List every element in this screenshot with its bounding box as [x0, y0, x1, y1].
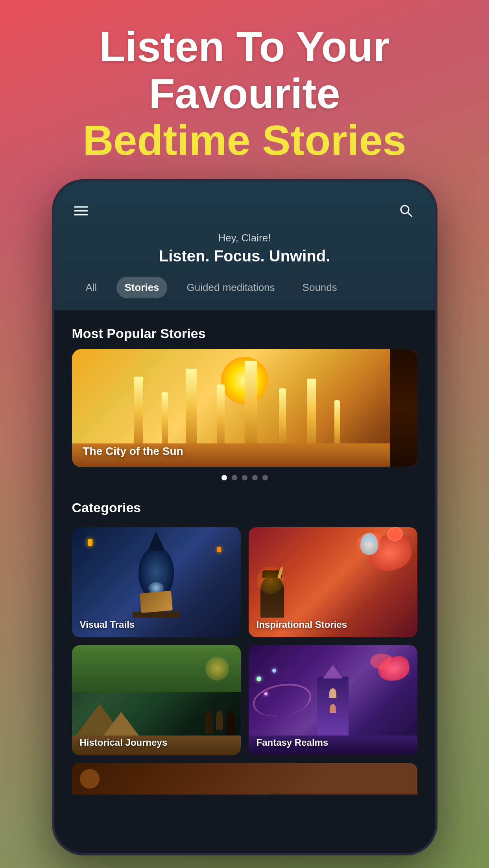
castle-roof	[323, 665, 343, 679]
dot-1[interactable]	[221, 475, 227, 480]
figure-2	[216, 710, 223, 730]
spire-5	[245, 361, 257, 447]
filter-tabs: All Stories Guided meditations Sounds	[74, 277, 415, 298]
figure-3	[226, 710, 235, 736]
top-bar	[74, 201, 415, 220]
featured-story-label: The City of the Sun	[83, 445, 183, 458]
tab-guided-meditations[interactable]: Guided meditations	[179, 277, 283, 298]
tab-stories[interactable]: Stories	[116, 277, 167, 298]
spire-8	[334, 400, 340, 447]
bottom-partial-card	[72, 763, 417, 794]
greeting-text: Hey, Claire!	[74, 232, 415, 244]
dot-3[interactable]	[242, 475, 247, 480]
hamburger-line-2	[74, 210, 88, 211]
glow-orb	[256, 566, 284, 594]
open-book	[140, 591, 173, 613]
hero-line3: Bedtime Stories	[16, 117, 473, 164]
search-button[interactable]	[397, 201, 415, 220]
spire-4	[217, 384, 225, 447]
search-icon	[399, 204, 413, 218]
historical-journeys-label: Historical Journeys	[80, 737, 168, 748]
dot-2[interactable]	[232, 475, 237, 480]
astronaut	[360, 533, 378, 555]
featured-card[interactable]: The City of the Sun	[72, 349, 417, 467]
spire-6	[279, 388, 286, 447]
spire-3	[186, 369, 197, 447]
svg-line-1	[408, 213, 412, 217]
window-1	[329, 688, 336, 698]
fantasy-wing	[369, 651, 392, 671]
tab-sounds[interactable]: Sounds	[295, 277, 345, 298]
magic-particle-1	[256, 677, 261, 681]
window-2	[330, 704, 336, 713]
spire-1	[134, 377, 143, 447]
app-content: Most Popular Stories	[54, 310, 435, 853]
rainbow-arc	[250, 680, 314, 721]
wizard-hat	[148, 531, 165, 551]
featured-section-title: Most Popular Stories	[54, 310, 435, 349]
castle-tower	[317, 677, 349, 736]
inspirational-stories-label: Inspirational Stories	[256, 619, 347, 630]
pyramid-2	[103, 712, 139, 736]
hamburger-line-1	[74, 206, 88, 208]
app-header: Hey, Claire! Listen. Focus. Unwind. All …	[54, 182, 435, 310]
partial-deco	[80, 769, 100, 789]
categories-grid: Visual Trails	[54, 523, 435, 763]
tab-all[interactable]: All	[78, 277, 105, 298]
hero-line1: Listen To Your	[16, 24, 473, 70]
phone-mockup: Hey, Claire! Listen. Focus. Unwind. All …	[52, 179, 437, 855]
category-fantasy-realms[interactable]: Fantasy Realms	[249, 645, 417, 755]
dot-5[interactable]	[262, 475, 268, 480]
spire-7	[307, 379, 316, 447]
category-inspirational-stories[interactable]: Inspirational Stories	[249, 527, 417, 637]
category-historical-journeys[interactable]: Historical Journeys	[72, 645, 241, 755]
categories-section-title: Categories	[54, 484, 435, 523]
fantasy-realms-label: Fantasy Realms	[256, 737, 328, 748]
hero-line2: Favourite	[16, 70, 473, 117]
hist-sun	[205, 657, 229, 680]
book-table	[133, 612, 180, 618]
lantern-1	[88, 539, 92, 546]
next-card-peek	[390, 349, 417, 467]
hamburger-line-3	[74, 214, 88, 215]
tagline-text: Listen. Focus. Unwind.	[74, 247, 415, 265]
figure-1	[205, 710, 213, 734]
spire-2	[162, 392, 168, 447]
visual-trails-label: Visual Trails	[80, 619, 135, 630]
category-visual-trails[interactable]: Visual Trails	[72, 527, 241, 637]
hero-section: Listen To Your Favourite Bedtime Stories	[0, 0, 489, 179]
dot-4[interactable]	[252, 475, 258, 480]
fantasy-dragon	[376, 655, 411, 683]
phone-screen: Hey, Claire! Listen. Focus. Unwind. All …	[54, 182, 435, 853]
hamburger-menu-button[interactable]	[74, 206, 88, 215]
carousel-dots	[54, 475, 435, 480]
magic-particle-3	[272, 669, 276, 673]
dragon-head	[386, 527, 404, 543]
figure-group	[205, 710, 235, 736]
lantern-2	[217, 547, 221, 552]
wizard-body	[138, 547, 174, 598]
